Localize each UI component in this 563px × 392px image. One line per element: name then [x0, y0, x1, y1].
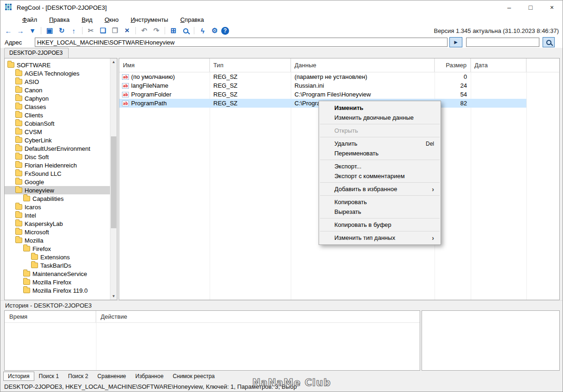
tree-item[interactable]: SOFTWARE	[5, 61, 110, 69]
bottom-tab[interactable]: Снимок реестра	[168, 372, 219, 381]
maximize-button[interactable]: □	[520, 0, 541, 14]
menu-item[interactable]: Справка	[174, 15, 210, 24]
tree-item[interactable]: Canon	[5, 86, 110, 94]
context-menu-item[interactable]: Добавить в избранное ›	[319, 184, 441, 194]
computer-icon[interactable]: ▣	[44, 26, 55, 36]
tree-item[interactable]: CobianSoft	[5, 119, 110, 128]
tree-item[interactable]: AGEIA Technologies	[5, 69, 110, 77]
compare-window-icon[interactable]: ⊞	[168, 26, 179, 36]
address-input[interactable]	[35, 38, 448, 47]
value-row[interactable]: ab (по умолчанию) REG_SZ (параметр не ус…	[119, 72, 526, 81]
tree-item[interactable]: Capabilities	[5, 194, 110, 203]
bottom-tab[interactable]: Поиск 1	[34, 372, 64, 381]
tree-item[interactable]: Caphyon	[5, 94, 110, 103]
scroll-up-icon[interactable]: ▲	[110, 58, 117, 65]
tree-item[interactable]: Mozilla Firefox	[5, 278, 110, 286]
scrollbar-thumb[interactable]	[111, 136, 116, 228]
refresh-icon[interactable]: ↻	[56, 26, 67, 36]
search-icon[interactable]	[180, 26, 191, 36]
bottom-tab[interactable]: Избранное	[131, 372, 168, 381]
column-header[interactable]: Дата	[471, 58, 526, 72]
context-menu-item[interactable]: Копировать в буфер	[319, 220, 441, 230]
forward-icon[interactable]: →	[15, 26, 26, 36]
copy-icon[interactable]: ❏	[97, 26, 109, 36]
help-icon[interactable]: ?	[221, 27, 229, 35]
column-header[interactable]: Тип	[210, 58, 291, 72]
menu-item[interactable]: Файл	[16, 15, 43, 24]
tree-item[interactable]: Mozilla	[5, 236, 110, 244]
tree-item[interactable]: Clients	[5, 111, 110, 119]
context-menu-item[interactable]: Изменить двоичные данные	[319, 113, 441, 122]
bottom-tab[interactable]: История	[3, 372, 34, 381]
column-header[interactable]: Размер	[435, 58, 471, 72]
column-header[interactable]: Данные	[291, 58, 435, 72]
value-row[interactable]: ab langFileName REG_SZ Russian.ini 24	[119, 81, 526, 90]
connection-tab-bar: DESKTOP-2JOPOE3	[4, 48, 69, 58]
redo-icon[interactable]: ↷	[151, 26, 162, 36]
value-size: 54	[435, 90, 471, 99]
tree-item[interactable]: Honeyview	[5, 186, 110, 194]
up-icon[interactable]: ↑	[68, 26, 79, 36]
cut-icon[interactable]: ✂	[85, 26, 96, 36]
tree-item[interactable]: CyberLink	[5, 136, 110, 144]
search-button[interactable]	[543, 37, 555, 47]
menu-item[interactable]: Вид	[76, 15, 99, 24]
tree-item[interactable]: Icaros	[5, 203, 110, 211]
column-header[interactable]: Имя	[119, 58, 210, 72]
history-dropdown-icon[interactable]: ▾	[27, 26, 38, 36]
context-menu-item[interactable]: Переименовать	[319, 148, 441, 158]
tree-item[interactable]: Microsoft	[5, 228, 110, 236]
folder-icon	[15, 121, 22, 126]
tree-item[interactable]: KasperskyLab	[5, 219, 110, 228]
tree-item[interactable]: Google	[5, 178, 110, 186]
minimize-button[interactable]: –	[499, 0, 520, 14]
scroll-down-icon[interactable]: ▼	[110, 293, 117, 300]
address-go-button[interactable]: ►	[449, 37, 462, 47]
tree-item[interactable]: ASIO	[5, 77, 110, 86]
tree-item-label: SOFTWARE	[17, 62, 51, 69]
value-row[interactable]: ab ProgramFolder REG_SZ C:\Program Files…	[119, 90, 526, 99]
context-menu-separator	[320, 137, 440, 137]
tree-item[interactable]: MaintenanceService	[5, 270, 110, 278]
context-menu-item[interactable]: Вырезать	[319, 207, 441, 217]
context-menu-item[interactable]: Изменить тип данных ›	[319, 233, 441, 243]
menu-item[interactable]: Окно	[98, 15, 124, 24]
back-icon[interactable]: ←	[3, 26, 14, 36]
menu-item[interactable]: Правка	[43, 15, 76, 24]
context-menu-item[interactable]: Удалить Del	[319, 139, 441, 148]
folder-icon	[15, 171, 22, 176]
tree-item[interactable]: Disc Soft	[5, 153, 110, 161]
bottom-tab[interactable]: Поиск 2	[64, 372, 93, 381]
tree-item[interactable]: FxSound LLC	[5, 169, 110, 178]
folder-icon	[15, 71, 22, 76]
menu-item[interactable]: Инструменты	[125, 15, 174, 24]
delete-icon[interactable]: ×	[122, 26, 133, 36]
context-menu-item[interactable]: Экспорт с комментарием	[319, 171, 441, 181]
submenu-arrow-icon: ›	[432, 234, 434, 242]
tree-scrollbar[interactable]: ▲ ▼	[110, 58, 117, 300]
history-column-action[interactable]: Действие	[96, 311, 420, 322]
tree-item[interactable]: Classes	[5, 103, 110, 111]
tree-item[interactable]: Florian Heidenreich	[5, 161, 110, 169]
flash-refresh-icon[interactable]: ϟ	[197, 26, 208, 36]
tree-item[interactable]: DefaultUserEnvironment	[5, 144, 110, 153]
tree-item[interactable]: Firefox	[5, 244, 110, 253]
window-controls: – □ ×	[499, 0, 563, 14]
tree-item[interactable]: Extensions	[5, 253, 110, 261]
context-menu-item[interactable]: Экспорт...	[319, 161, 441, 171]
submenu-arrow-icon: ›	[432, 186, 434, 193]
bottom-tab[interactable]: Сравнение	[93, 372, 131, 381]
close-button[interactable]: ×	[541, 0, 563, 14]
undo-icon[interactable]: ↶	[139, 26, 150, 36]
history-column-time[interactable]: Время	[5, 311, 96, 322]
tree-item[interactable]: TaskBarIDs	[5, 261, 110, 270]
settings-gear-icon[interactable]: ⚙	[209, 26, 220, 36]
connection-tab[interactable]: DESKTOP-2JOPOE3	[4, 48, 69, 58]
tree-item[interactable]: Mozilla Firefox 119.0	[5, 286, 110, 295]
tree-item[interactable]: Intel	[5, 211, 110, 219]
context-menu-item[interactable]: Изменить	[319, 103, 441, 113]
quick-search-input[interactable]	[466, 38, 539, 47]
context-menu-item[interactable]: Копировать	[319, 197, 441, 207]
paste-icon[interactable]: ❒	[109, 26, 121, 36]
tree-item[interactable]: CVSM	[5, 128, 110, 136]
